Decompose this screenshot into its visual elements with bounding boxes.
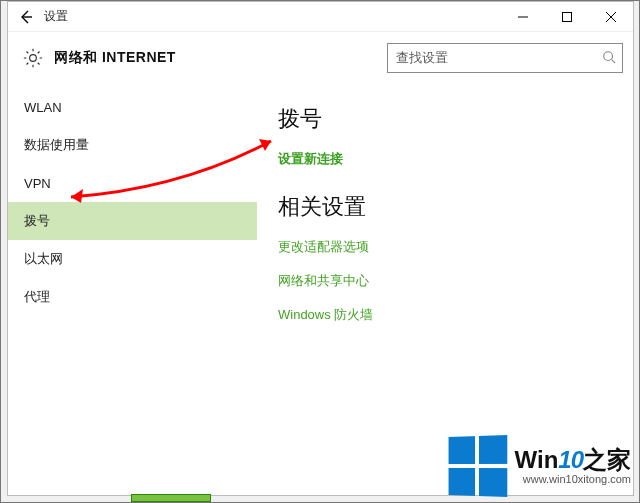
watermark-brand-number: 10 — [558, 446, 583, 473]
sidebar-item-vpn[interactable]: VPN — [8, 164, 257, 202]
watermark-brand-suffix: 之家 — [583, 446, 631, 473]
sidebar-item-label: 拨号 — [24, 212, 50, 230]
sidebar-item-wlan[interactable]: WLAN — [8, 88, 257, 126]
link-firewall[interactable]: Windows 防火墙 — [278, 306, 613, 324]
titlebar: 设置 — [8, 2, 633, 32]
window-title: 设置 — [44, 8, 68, 25]
search-input[interactable]: 查找设置 — [387, 43, 623, 73]
window-controls — [501, 2, 633, 32]
back-button[interactable] — [8, 2, 44, 32]
body: WLAN 数据使用量 VPN 拨号 以太网 代理 拨号 — [8, 84, 633, 495]
maximize-button[interactable] — [545, 2, 589, 32]
windows-logo-icon — [448, 435, 507, 497]
watermark-brand-prefix: Win — [515, 446, 559, 473]
link-network-sharing[interactable]: 网络和共享中心 — [278, 272, 613, 290]
close-icon — [606, 12, 616, 22]
watermark-url: www.win10xitong.com — [523, 474, 631, 486]
sidebar-item-ethernet[interactable]: 以太网 — [8, 240, 257, 278]
svg-line-6 — [612, 59, 616, 63]
minimize-button[interactable] — [501, 2, 545, 32]
sidebar-item-label: 代理 — [24, 288, 50, 306]
sidebar-item-label: 数据使用量 — [24, 136, 89, 154]
sidebar-item-label: WLAN — [24, 100, 62, 115]
link-new-connection[interactable]: 设置新连接 — [278, 150, 613, 168]
gear-icon — [22, 47, 44, 69]
sidebar: WLAN 数据使用量 VPN 拨号 以太网 代理 — [8, 84, 258, 495]
svg-rect-2 — [563, 13, 572, 22]
sidebar-item-label: 以太网 — [24, 250, 63, 268]
arrow-left-icon — [18, 9, 34, 25]
link-adapter-options[interactable]: 更改适配器选项 — [278, 238, 613, 256]
watermark: Win10之家 www.win10xitong.com — [447, 436, 631, 496]
watermark-text: Win10之家 www.win10xitong.com — [515, 447, 631, 486]
sidebar-item-label: VPN — [24, 176, 51, 191]
minimize-icon — [518, 12, 528, 22]
sidebar-item-data-usage[interactable]: 数据使用量 — [8, 126, 257, 164]
sidebar-item-proxy[interactable]: 代理 — [8, 278, 257, 316]
page-title: 网络和 INTERNET — [54, 49, 176, 67]
search-icon — [602, 50, 616, 67]
close-button[interactable] — [589, 2, 633, 32]
section-title-related: 相关设置 — [278, 192, 613, 222]
search-placeholder: 查找设置 — [396, 49, 602, 67]
outer-frame: 设置 网络和 INTERNET 查找设置 — [0, 0, 640, 503]
maximize-icon — [562, 12, 572, 22]
background-fragment — [131, 494, 211, 502]
sidebar-item-dialup[interactable]: 拨号 — [8, 202, 257, 240]
svg-point-5 — [604, 51, 613, 60]
header: 网络和 INTERNET 查找设置 — [8, 32, 633, 84]
section-title-dialup: 拨号 — [278, 104, 613, 134]
settings-window: 设置 网络和 INTERNET 查找设置 — [7, 1, 634, 496]
content: 拨号 设置新连接 相关设置 更改适配器选项 网络和共享中心 Windows 防火… — [258, 84, 633, 495]
